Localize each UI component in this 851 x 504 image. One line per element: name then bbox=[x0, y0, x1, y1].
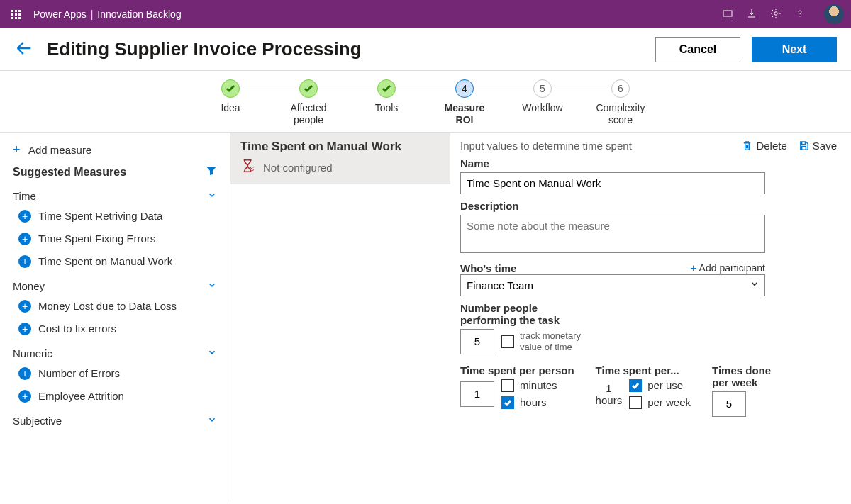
hourglass-money-icon: $ bbox=[240, 158, 256, 177]
page-title: Editing Supplier Invoice Processing bbox=[47, 38, 655, 60]
time-per-person-label: Time spent per person bbox=[460, 364, 574, 376]
add-circle-icon: + bbox=[18, 367, 31, 380]
download-icon[interactable] bbox=[746, 8, 757, 21]
svg-rect-0 bbox=[723, 11, 732, 16]
suggested-measure-item[interactable]: +Time Spent Fixing Errors bbox=[0, 228, 230, 250]
sidebar: + Add measure Suggested Measures Time+Ti… bbox=[0, 133, 230, 502]
measure-card-title: Time Spent on Manual Work bbox=[240, 140, 440, 154]
step-2[interactable]: Affected people bbox=[269, 79, 347, 126]
page-header: Editing Supplier Invoice Processing Canc… bbox=[0, 28, 851, 71]
chevron-down-icon bbox=[207, 280, 217, 292]
add-measure-button[interactable]: + Add measure bbox=[0, 138, 230, 162]
group-header[interactable]: Money bbox=[0, 273, 230, 295]
measure-card-status: Not configured bbox=[263, 162, 333, 174]
step-1[interactable]: Idea bbox=[191, 79, 269, 114]
svg-point-1 bbox=[774, 11, 777, 14]
time-per-person-input[interactable] bbox=[460, 381, 494, 407]
top-bar-actions bbox=[722, 4, 844, 24]
form-panel: Input values to determine time spent Del… bbox=[450, 133, 851, 502]
times-done-label: Times done per week bbox=[712, 364, 771, 388]
panel-subtitle: Input values to determine time spent bbox=[460, 140, 742, 152]
plus-icon: + bbox=[13, 142, 28, 157]
suggested-measure-item[interactable]: +Cost to fix errors bbox=[0, 318, 230, 340]
suggested-measure-item[interactable]: +Time Spent Retriving Data bbox=[0, 205, 230, 228]
name-label: Name bbox=[460, 157, 837, 169]
suggested-measure-item[interactable]: +Number of Errors bbox=[0, 362, 230, 385]
step-6[interactable]: 6Complexity score bbox=[582, 79, 660, 126]
app-launcher-icon[interactable] bbox=[7, 6, 25, 23]
group-header[interactable]: Subjective bbox=[0, 408, 230, 430]
num-people-input[interactable] bbox=[460, 329, 494, 354]
per-week-label: per week bbox=[647, 396, 691, 408]
hours-label: hours bbox=[520, 396, 547, 408]
add-circle-icon: + bbox=[18, 300, 31, 313]
time-spent-per-label: Time spent per... bbox=[596, 364, 691, 376]
minutes-label: minutes bbox=[520, 379, 557, 391]
suggested-measures-header: Suggested Measures bbox=[0, 162, 230, 183]
add-circle-icon: + bbox=[18, 323, 31, 335]
back-arrow-icon[interactable] bbox=[14, 38, 34, 60]
whos-time-select[interactable]: Finance Team bbox=[460, 274, 765, 296]
app-top-bar: Power Apps|Innovation Backlog bbox=[0, 0, 851, 28]
time-spent-per-static: 1 hours bbox=[596, 382, 623, 406]
times-done-input[interactable] bbox=[712, 391, 746, 417]
per-use-label: per use bbox=[647, 379, 683, 391]
add-circle-icon: + bbox=[18, 255, 31, 268]
suggested-measure-item[interactable]: +Time Spent on Manual Work bbox=[0, 250, 230, 273]
step-3[interactable]: Tools bbox=[347, 79, 425, 114]
description-input[interactable] bbox=[460, 215, 765, 253]
plus-icon: + bbox=[690, 262, 696, 274]
step-5[interactable]: 5Workflow bbox=[504, 79, 582, 114]
add-circle-icon: + bbox=[18, 390, 31, 403]
fit-icon[interactable] bbox=[722, 8, 733, 21]
chevron-down-icon bbox=[207, 415, 217, 427]
group-header[interactable]: Numeric bbox=[0, 340, 230, 362]
add-measure-label: Add measure bbox=[28, 144, 91, 156]
save-icon bbox=[799, 140, 809, 151]
save-button[interactable]: Save bbox=[799, 140, 837, 152]
group-header[interactable]: Time bbox=[0, 183, 230, 205]
track-monetary-checkbox[interactable] bbox=[501, 335, 514, 348]
hours-checkbox[interactable] bbox=[501, 396, 514, 409]
description-label: Description bbox=[460, 200, 837, 212]
minutes-checkbox[interactable] bbox=[501, 379, 514, 392]
name-input[interactable] bbox=[460, 172, 765, 194]
add-participant-button[interactable]: + Add participant bbox=[690, 262, 765, 274]
step-4[interactable]: 4Measure ROI bbox=[425, 79, 504, 126]
selected-measure-column: Time Spent on Manual Work $ Not configur… bbox=[230, 133, 450, 502]
gear-icon[interactable] bbox=[770, 8, 782, 21]
trash-icon bbox=[742, 140, 752, 151]
add-circle-icon: + bbox=[18, 233, 31, 245]
suggested-measure-item[interactable]: +Money Lost due to Data Loss bbox=[0, 295, 230, 318]
per-use-checkbox[interactable] bbox=[629, 379, 642, 392]
next-button[interactable]: Next bbox=[752, 37, 837, 62]
delete-button[interactable]: Delete bbox=[742, 140, 786, 152]
per-week-checkbox[interactable] bbox=[629, 396, 642, 409]
whos-time-label: Who's time bbox=[460, 262, 516, 274]
wizard-stepper: IdeaAffected peopleTools4Measure ROI5Wor… bbox=[0, 71, 851, 133]
avatar[interactable] bbox=[824, 4, 844, 24]
suggested-measure-item[interactable]: +Employee Attrition bbox=[0, 385, 230, 408]
track-monetary-label: track monetary value of time bbox=[520, 330, 581, 352]
add-circle-icon: + bbox=[18, 210, 31, 223]
filter-icon[interactable] bbox=[206, 166, 217, 179]
cancel-button[interactable]: Cancel bbox=[655, 37, 740, 62]
help-icon[interactable] bbox=[794, 8, 806, 21]
brand-label: Power Apps|Innovation Backlog bbox=[33, 9, 182, 20]
chevron-down-icon bbox=[207, 347, 217, 359]
num-people-label: Number people performing the task bbox=[460, 302, 837, 326]
chevron-down-icon bbox=[207, 190, 217, 202]
measure-card[interactable]: Time Spent on Manual Work $ Not configur… bbox=[230, 133, 450, 184]
svg-text:$: $ bbox=[250, 165, 254, 172]
